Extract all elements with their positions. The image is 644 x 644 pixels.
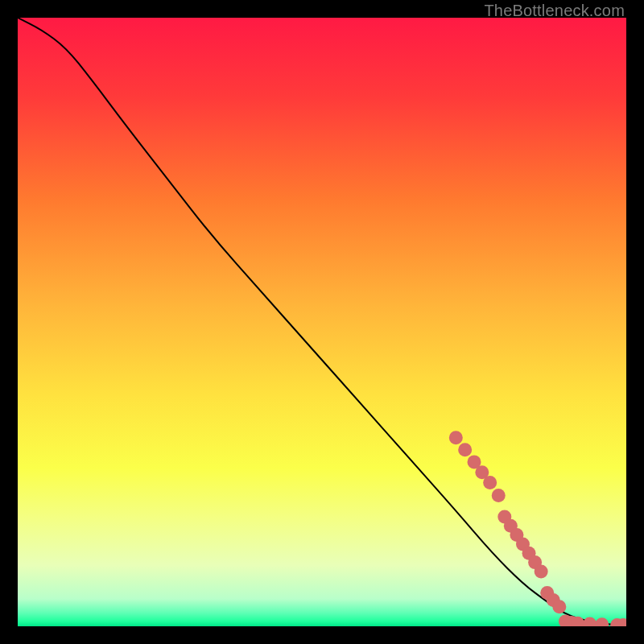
data-marker — [458, 443, 472, 456]
bottleneck-chart — [18, 18, 626, 626]
chart-frame — [18, 18, 626, 626]
data-marker — [552, 600, 566, 613]
data-marker — [449, 431, 463, 444]
data-marker — [535, 564, 548, 578]
gradient-background — [18, 18, 626, 626]
data-marker — [492, 489, 506, 502]
data-marker — [483, 476, 497, 489]
